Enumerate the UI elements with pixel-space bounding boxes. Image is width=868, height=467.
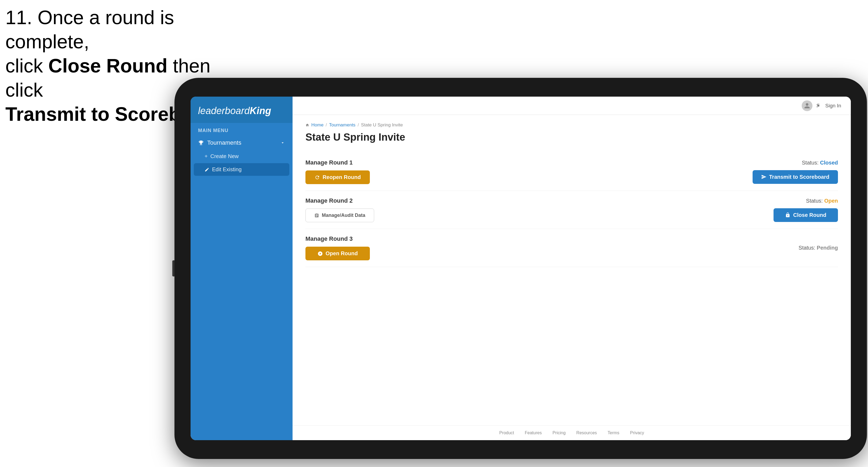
app-layout: leaderboardKing MAIN MENU Tournaments [191, 97, 851, 440]
content-area: Home / Tournaments / State U Spring Invi… [292, 115, 851, 426]
round-1-section: Manage Round 1 Reopen Round Status: Clos… [305, 153, 838, 191]
manage-audit-button[interactable]: Manage/Audit Data [305, 209, 374, 222]
round-3-status-value: Pending [817, 245, 838, 251]
close-round-button[interactable]: Close Round [774, 208, 838, 222]
open-icon [317, 251, 323, 256]
round-1-title: Manage Round 1 [305, 159, 370, 166]
reopen-round-label: Reopen Round [322, 174, 361, 180]
create-new-label: Create New [210, 153, 239, 159]
footer-resources[interactable]: Resources [576, 431, 597, 435]
top-bar: Sign In [292, 97, 851, 115]
breadcrumb-home[interactable]: Home [311, 122, 323, 128]
footer-pricing[interactable]: Pricing [552, 431, 565, 435]
tablet-device: leaderboardKing MAIN MENU Tournaments [175, 78, 867, 459]
trophy-icon [198, 140, 204, 146]
logo-leaderboard: leaderboard [198, 105, 250, 116]
logo-king: King [250, 105, 271, 116]
edit-existing-label: Edit Existing [212, 166, 242, 173]
footer-product[interactable]: Product [499, 431, 514, 435]
manage-audit-label: Manage/Audit Data [322, 213, 365, 218]
edit-icon [205, 167, 209, 172]
send-icon [761, 174, 767, 180]
sidebar-edit-existing[interactable]: Edit Existing [194, 163, 289, 176]
footer-terms[interactable]: Terms [608, 431, 619, 435]
avatar [802, 100, 812, 111]
page-title: State U Spring Invite [305, 131, 838, 143]
round-3-title: Manage Round 3 [305, 236, 370, 242]
main-menu-label: MAIN MENU [191, 123, 292, 135]
user-icon [804, 102, 810, 109]
lock-icon [785, 212, 790, 218]
breadcrumb-sep1: / [326, 122, 327, 128]
round-1-left: Manage Round 1 Reopen Round [305, 159, 370, 184]
round-1-status: Status: Closed [802, 160, 838, 166]
instruction-bold1: Close Round [48, 55, 167, 76]
open-round-label: Open Round [326, 250, 358, 257]
round-2-status-value: Open [824, 198, 838, 204]
round-2-section: Manage Round 2 Manage/Audit Data Status:… [305, 191, 838, 229]
logo: leaderboardKing [198, 105, 285, 117]
tablet-screen: leaderboardKing MAIN MENU Tournaments [191, 97, 851, 440]
main-content: Sign In Home / Tournaments / State U Spr… [292, 97, 851, 440]
round-3-left: Manage Round 3 Open Round [305, 236, 370, 260]
open-round-button[interactable]: Open Round [305, 247, 370, 260]
breadcrumb-sep2: / [358, 122, 359, 128]
breadcrumb: Home / Tournaments / State U Spring Invi… [305, 122, 838, 128]
breadcrumb-tournaments[interactable]: Tournaments [329, 122, 355, 128]
sidebar-tournaments-label: Tournaments [207, 139, 241, 146]
chevron-down-icon [280, 141, 285, 145]
round-2-right: Status: Open Close Round [774, 198, 838, 222]
tablet-side-button [172, 260, 175, 276]
sidebar-item-tournaments[interactable]: Tournaments [191, 135, 292, 150]
transmit-scoreboard-label: Transmit to Scoreboard [769, 174, 830, 180]
logo-area: leaderboardKing [191, 97, 292, 123]
sign-in-icon [816, 103, 822, 108]
sidebar-create-new[interactable]: + Create New [191, 150, 292, 163]
sidebar: leaderboardKing MAIN MENU Tournaments [191, 97, 292, 440]
sign-in-area[interactable]: Sign In [802, 100, 841, 111]
refresh-icon [315, 175, 320, 180]
round-1-right: Status: Closed Transmit to Scoreboard [752, 160, 838, 184]
transmit-scoreboard-button[interactable]: Transmit to Scoreboard [752, 170, 838, 184]
home-icon [305, 123, 309, 127]
round-1-status-value: Closed [820, 160, 838, 165]
round-2-left: Manage Round 2 Manage/Audit Data [305, 197, 374, 222]
clipboard-icon [314, 213, 319, 218]
footer-privacy[interactable]: Privacy [630, 431, 644, 435]
round-2-status: Status: Open [806, 198, 838, 204]
sidebar-submenu: + Create New Edit Existing [191, 150, 292, 176]
round-3-right: Status: Pending [799, 245, 838, 251]
sidebar-menu: Tournaments + Create New Edit Existing [191, 135, 292, 176]
instruction-line1: 11. Once a round is complete, [5, 7, 174, 52]
reopen-round-button[interactable]: Reopen Round [305, 170, 370, 184]
breadcrumb-current: State U Spring Invite [361, 122, 403, 128]
content-footer: Product Features Pricing Resources Terms… [292, 426, 851, 440]
round-2-title: Manage Round 2 [305, 197, 374, 204]
sign-in-label: Sign In [825, 103, 841, 109]
close-round-label: Close Round [793, 212, 826, 218]
footer-features[interactable]: Features [525, 431, 541, 435]
round-3-section: Manage Round 3 Open Round Status: Pendin… [305, 229, 838, 267]
plus-icon: + [205, 153, 208, 159]
round-3-status: Status: Pending [799, 245, 838, 251]
